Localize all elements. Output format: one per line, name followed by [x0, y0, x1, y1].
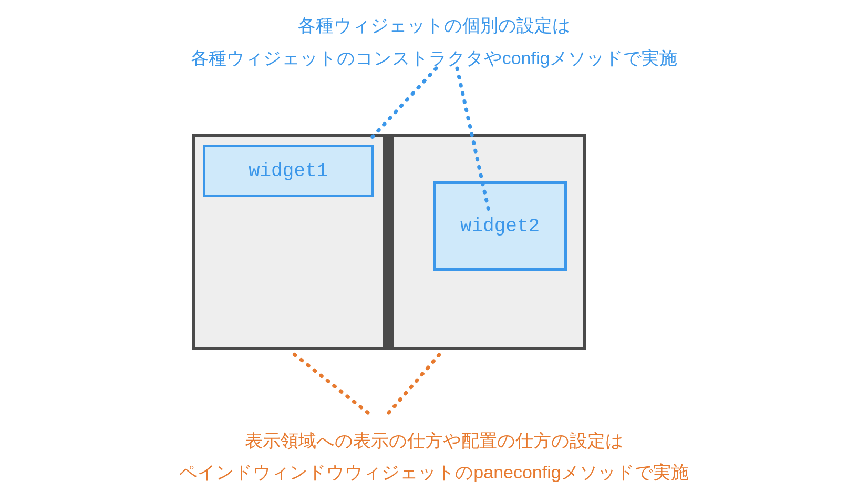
- connector-orange-left: [292, 352, 368, 413]
- widget2-box: widget2: [433, 181, 567, 271]
- connector-blue-left: [368, 68, 436, 142]
- widget2-label: widget2: [460, 216, 540, 237]
- pane-divider: [383, 137, 394, 347]
- widget1-box: widget1: [203, 145, 374, 197]
- connector-orange-right: [389, 352, 441, 413]
- widget1-label: widget1: [249, 160, 328, 182]
- pane-right: widget2: [394, 137, 583, 347]
- caption-bottom-line2: ペインドウィンドウウィジェットのpaneconfigメソッドで実施: [0, 456, 868, 488]
- caption-top-line2: 各種ウィジェットのコンストラクタやconfigメソッドで実施: [0, 42, 868, 74]
- caption-bottom-line1: 表示領域への表示の仕方や配置の仕方の設定は: [0, 425, 868, 457]
- pane-left: widget1: [195, 137, 383, 347]
- caption-top-line1: 各種ウィジェットの個別の設定は: [0, 9, 868, 42]
- panedwindow-frame: widget1 widget2: [192, 134, 586, 350]
